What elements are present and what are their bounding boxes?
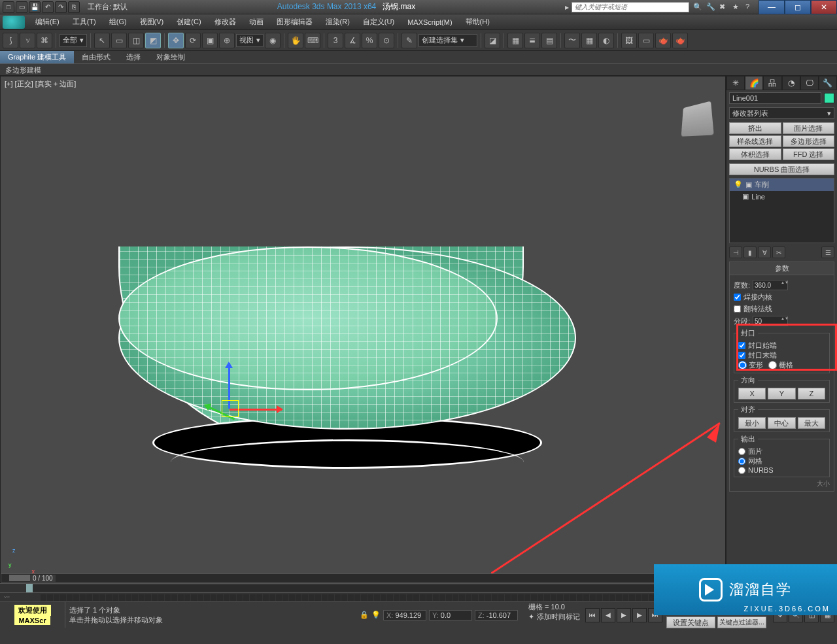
menu-help[interactable]: 帮助(H)	[459, 17, 496, 27]
rotate-icon[interactable]: ⟳	[185, 33, 201, 48]
stack-item-lathe[interactable]: 💡 ▣ 车削	[730, 178, 834, 191]
coord-y[interactable]: Y:0.0	[429, 610, 472, 620]
open-icon[interactable]: ▭	[16, 1, 27, 13]
viewport[interactable]: [+] [正交] [真实 + 边面] y	[0, 76, 726, 583]
checkbox-flip-normals[interactable]	[734, 305, 741, 313]
menu-animation[interactable]: 动画	[243, 17, 270, 27]
menu-modifiers[interactable]: 修改器	[208, 17, 243, 27]
select-name-icon[interactable]: ▭	[111, 33, 127, 48]
make-unique-icon[interactable]: ∀	[758, 246, 771, 258]
menu-views[interactable]: 视图(V)	[133, 17, 171, 27]
scale-icon[interactable]: ▣	[202, 33, 218, 48]
btn-align-center[interactable]: 中心	[768, 417, 795, 429]
viewcube[interactable]	[681, 101, 714, 137]
ref-coord-icon[interactable]: ⊕	[219, 33, 235, 48]
configure-icon[interactable]: ☰	[821, 246, 834, 258]
btn-align-min[interactable]: 最小	[738, 417, 766, 429]
schematic-icon[interactable]: ▦	[581, 33, 597, 48]
tab-display-icon[interactable]: 🖵	[800, 76, 819, 90]
tab-freeform[interactable]: 自由形式	[74, 51, 118, 63]
set-key-button[interactable]: 设置关键点	[666, 617, 715, 628]
spinner-segments[interactable]: ▲▼	[753, 316, 788, 326]
btn-spline-sel[interactable]: 样条线选择	[729, 135, 781, 147]
manipulate-icon[interactable]: 🖐	[288, 33, 303, 48]
unlink-icon[interactable]: ⟇	[20, 33, 35, 48]
tab-modify-icon[interactable]: 🌈	[745, 76, 763, 90]
align-icon[interactable]: ▦	[507, 33, 523, 48]
lightbulb-icon[interactable]: 💡	[734, 180, 743, 189]
maximize-button[interactable]: ◻	[785, 0, 811, 14]
menu-group[interactable]: 组(G)	[103, 17, 133, 27]
btn-ffd-sel[interactable]: FFD 选择	[783, 148, 835, 160]
snap-icon[interactable]: 3	[328, 33, 343, 48]
signin-icon[interactable]: 🔧	[706, 3, 715, 12]
angle-snap-icon[interactable]: ∡	[345, 33, 360, 48]
menu-graph[interactable]: 图形编辑器	[270, 17, 319, 27]
curve-editor-icon[interactable]: 〜	[564, 33, 580, 48]
isolate-icon[interactable]: 💡	[371, 611, 381, 619]
menu-tools[interactable]: 工具(T)	[66, 17, 103, 27]
btn-nurbs-sel[interactable]: NURBS 曲面选择	[729, 163, 834, 175]
render-setup-icon[interactable]: 🖼	[621, 33, 637, 48]
remove-mod-icon[interactable]: ✂	[772, 246, 785, 258]
layer-manager-icon[interactable]: ▤	[541, 33, 557, 48]
add-time-tag[interactable]: 添加时间标记	[537, 612, 580, 622]
select-region-icon[interactable]: ◫	[128, 33, 144, 48]
btn-vol-sel[interactable]: 体积选择	[729, 148, 781, 160]
mirror-icon[interactable]: ◪	[485, 33, 500, 48]
checkbox-cap-start[interactable]	[738, 342, 745, 349]
link-icon[interactable]: ⎘	[68, 1, 80, 13]
lock-icon[interactable]: 🔒	[360, 611, 369, 619]
btn-poly-sel[interactable]: 多边形选择	[783, 135, 835, 147]
keyboard-icon[interactable]: ⌨	[305, 33, 320, 48]
expand-icon[interactable]: ▣	[742, 192, 749, 201]
tab-utilities-icon[interactable]: 🔧	[819, 76, 837, 90]
viewport-label[interactable]: [+] [正交] [真实 + 边面]	[5, 79, 76, 89]
play-icon[interactable]: ▶	[617, 608, 631, 622]
show-end-icon[interactable]: ▮	[743, 246, 757, 258]
rollout-head-params[interactable]: 参数	[730, 262, 834, 275]
modifier-stack[interactable]: 💡 ▣ 车削 ▣ Line	[729, 178, 834, 243]
app-menu-icon[interactable]	[3, 16, 25, 29]
checkbox-weld-core[interactable]	[734, 294, 741, 301]
next-frame-icon[interactable]: ▶	[632, 608, 647, 622]
tab-create-icon[interactable]: ✳	[726, 76, 745, 90]
search-icon[interactable]: 🔍	[693, 3, 702, 12]
spinner-snap-icon[interactable]: ⊙	[379, 33, 394, 48]
tab-hierarchy-icon[interactable]: 品	[763, 76, 781, 90]
btn-face-sel[interactable]: 面片选择	[783, 122, 835, 134]
coord-x[interactable]: X:949.129	[383, 610, 426, 620]
pin-stack-icon[interactable]: ⊣	[729, 246, 742, 258]
coord-z[interactable]: Z:-10.607	[475, 610, 518, 620]
radio-patch[interactable]	[738, 448, 745, 455]
render-icon[interactable]: 🫖	[655, 33, 671, 48]
ref-coord-dropdown[interactable]: 视图	[236, 34, 264, 47]
radio-mesh[interactable]	[738, 458, 745, 465]
minimize-button[interactable]: —	[759, 0, 785, 14]
help-icon[interactable]: ?	[745, 3, 755, 12]
tab-selection[interactable]: 选择	[118, 51, 148, 63]
search-input[interactable]	[572, 2, 689, 12]
prev-frame-icon[interactable]: ◀	[601, 608, 615, 622]
radio-grid[interactable]: 栅格	[768, 360, 793, 370]
viewport-hscrollbar[interactable]	[1, 573, 725, 583]
select-icon[interactable]: ↖	[94, 33, 110, 48]
maxscript-listener[interactable]: 欢迎使用 MAXScr	[0, 602, 65, 628]
redo-icon[interactable]: ↷	[55, 1, 67, 13]
workspace-dropdown[interactable]: 工作台: 默认	[88, 2, 128, 12]
move-icon[interactable]: ✥	[168, 33, 184, 48]
modifier-list-dropdown[interactable]: 修改器列表▾	[729, 107, 834, 119]
named-selection-dropdown[interactable]: 创建选择集	[418, 34, 477, 47]
rendered-frame-icon[interactable]: ▭	[638, 33, 654, 48]
tab-motion-icon[interactable]: ◔	[782, 76, 800, 90]
radio-morph[interactable]: 变形	[738, 360, 763, 370]
new-icon[interactable]: □	[3, 1, 14, 13]
save-icon[interactable]: 💾	[29, 1, 41, 13]
spinner-degrees[interactable]: ▲▼	[753, 280, 788, 290]
btn-align-max[interactable]: 最大	[798, 417, 825, 429]
render-prod-icon[interactable]: 🫖	[672, 33, 688, 48]
btn-axis-y[interactable]: Y	[768, 388, 795, 399]
pivot-icon[interactable]: ◉	[265, 33, 281, 48]
menu-maxscript[interactable]: MAXScript(M)	[401, 18, 458, 26]
tab-graphite[interactable]: Graphite 建模工具	[0, 51, 74, 63]
